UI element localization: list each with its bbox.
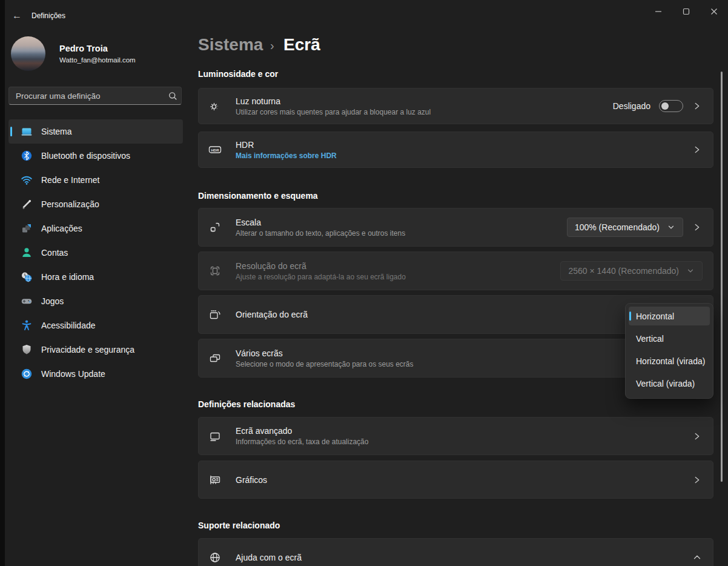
- night-light-subtitle: Utilizar cores mais quentes para ajudar …: [236, 108, 613, 116]
- resolution-icon: [208, 264, 222, 278]
- page-title: Ecrã: [283, 35, 320, 55]
- sidebar-item-label: Bluetooth e dispositivos: [41, 151, 130, 161]
- night-light-icon: [208, 99, 222, 113]
- graphics-row[interactable]: Gráficos: [198, 461, 713, 499]
- avatar[interactable]: [11, 36, 45, 71]
- chevron-up-icon: [692, 552, 703, 563]
- help-globe-icon: [208, 550, 222, 565]
- sidebar-item-label: Jogos: [41, 296, 64, 306]
- orientation-option-horizontal-flipped[interactable]: Horizontal (virada): [626, 350, 713, 372]
- night-light-toggle-label: Desligado: [613, 101, 650, 111]
- sidebar-item-label: Hora e idioma: [41, 272, 94, 282]
- scale-title: Escala: [236, 218, 567, 227]
- chevron-right-icon: [692, 222, 703, 233]
- sidebar-item-label: Privacidade e segurança: [41, 345, 134, 355]
- sidebar-item-bluetooth[interactable]: Bluetooth e dispositivos: [8, 144, 183, 168]
- paintbrush-icon: [21, 198, 33, 210]
- breadcrumb-separator: ›: [270, 39, 274, 53]
- minimize-button[interactable]: [644, 0, 672, 23]
- window-title: Definições: [31, 12, 65, 20]
- wifi-icon: [21, 174, 33, 186]
- sidebar-item-label: Aplicações: [41, 224, 82, 233]
- section-brightness: Luminosidade e cor: [198, 69, 278, 79]
- sidebar-item-label: Windows Update: [41, 369, 105, 379]
- search-box[interactable]: [8, 87, 182, 105]
- orientation-option-vertical[interactable]: Vertical: [626, 327, 713, 350]
- sidebar-item-sistema[interactable]: Sistema: [8, 119, 183, 144]
- orientation-option-vertical-flipped[interactable]: Vertical (virada): [626, 372, 713, 395]
- accessibility-icon: [21, 319, 33, 331]
- display-help-row[interactable]: Ajuda com o ecrã: [198, 538, 713, 566]
- sidebar-item-aplicacoes[interactable]: Aplicações: [8, 216, 183, 241]
- sidebar-item-contas[interactable]: Contas: [8, 241, 183, 265]
- screen-edge-strip: [0, 0, 5, 566]
- sidebar-item-label: Personalização: [41, 199, 99, 209]
- search-input[interactable]: [9, 92, 164, 101]
- scale-row[interactable]: Escala Alterar o tamanho do texto, aplic…: [198, 208, 713, 247]
- sidebar-item-label: Rede e Internet: [41, 175, 100, 185]
- advanced-display-icon: [208, 429, 222, 444]
- sidebar-item-label: Sistema: [41, 127, 72, 136]
- orientation-dropdown: Horizontal Vertical Horizontal (virada) …: [625, 303, 713, 399]
- sidebar-item-acessibilidade[interactable]: Acessibilidade: [8, 313, 183, 338]
- chevron-right-icon: [692, 474, 703, 485]
- resolution-row: Resolução do ecrã Ajuste a resolução par…: [198, 251, 713, 290]
- scrollbar-thumb[interactable]: [721, 72, 723, 482]
- selection-indicator: [629, 311, 631, 321]
- resolution-select-value: 2560 × 1440 (Recomendado): [568, 266, 679, 276]
- sidebar-item-rede[interactable]: Rede e Internet: [8, 168, 183, 192]
- minimize-icon: [655, 8, 662, 15]
- advanced-display-subtitle: Informações do ecrã, taxa de atualização: [236, 438, 692, 446]
- chevron-right-icon: [692, 101, 703, 112]
- hdr-more-info-link[interactable]: Mais informações sobre HDR: [236, 151, 692, 160]
- resolution-title: Resolução do ecrã: [236, 261, 560, 271]
- night-light-row[interactable]: Luz noturna Utilizar cores mais quentes …: [198, 88, 713, 124]
- hdr-icon: HDR: [208, 142, 222, 157]
- sidebar-nav: Sistema Bluetooth e dispositivos Rede e …: [5, 119, 187, 386]
- toggle-knob: [661, 102, 669, 110]
- graphics-title: Gráficos: [236, 475, 692, 485]
- profile-email: Watto_fan@hotmail.com: [59, 56, 136, 64]
- sidebar-item-privacidade[interactable]: Privacidade e segurança: [8, 338, 183, 362]
- sidebar-item-hora-idioma[interactable]: Hora e idioma: [8, 265, 183, 289]
- orientation-option-horizontal[interactable]: Horizontal: [629, 307, 710, 325]
- resolution-subtitle: Ajuste a resolução para adaptá-la ao seu…: [236, 273, 560, 281]
- back-button[interactable]: ←: [10, 8, 24, 23]
- option-label: Vertical (virada): [636, 379, 695, 388]
- option-label: Vertical: [636, 334, 664, 344]
- hdr-row[interactable]: HDR HDR Mais informações sobre HDR: [198, 132, 713, 168]
- display-help-title: Ajuda com o ecrã: [236, 553, 692, 562]
- gamepad-icon: [21, 295, 33, 307]
- account-icon: [21, 247, 33, 259]
- graphics-icon: [208, 473, 222, 487]
- sidebar-item-windows-update[interactable]: Windows Update: [8, 362, 183, 386]
- window-controls: [644, 0, 728, 24]
- night-light-toggle[interactable]: [659, 100, 683, 112]
- sidebar-item-label: Acessibilidade: [41, 321, 96, 330]
- maximize-button[interactable]: [672, 0, 700, 23]
- time-language-icon: [21, 271, 33, 283]
- chevron-right-icon: [692, 144, 703, 155]
- svg-text:HDR: HDR: [211, 148, 220, 152]
- close-button[interactable]: [700, 0, 728, 23]
- system-icon: [21, 125, 33, 138]
- chevron-right-icon: [692, 431, 703, 442]
- maximize-icon: [683, 8, 690, 15]
- chevron-down-icon: [686, 267, 695, 275]
- shield-icon: [21, 344, 33, 356]
- sidebar-item-label: Contas: [41, 248, 68, 258]
- sidebar-item-jogos[interactable]: Jogos: [8, 289, 183, 313]
- advanced-display-row[interactable]: Ecrã avançado Informações do ecrã, taxa …: [198, 417, 713, 455]
- scale-select[interactable]: 100% (Recomendado): [567, 218, 683, 237]
- sidebar-item-personalizacao[interactable]: Personalização: [8, 192, 183, 216]
- update-icon: [21, 368, 33, 380]
- scale-select-value: 100% (Recomendado): [575, 222, 660, 232]
- section-related-settings: Definições relacionadas: [198, 399, 295, 409]
- breadcrumb-root[interactable]: Sistema: [198, 35, 263, 55]
- selection-indicator: [10, 127, 12, 136]
- resolution-select: 2560 × 1440 (Recomendado): [560, 261, 703, 281]
- hdr-title: HDR: [236, 140, 692, 150]
- option-label: Horizontal: [636, 311, 674, 321]
- chevron-down-icon: [667, 223, 675, 231]
- advanced-display-title: Ecrã avançado: [236, 426, 692, 436]
